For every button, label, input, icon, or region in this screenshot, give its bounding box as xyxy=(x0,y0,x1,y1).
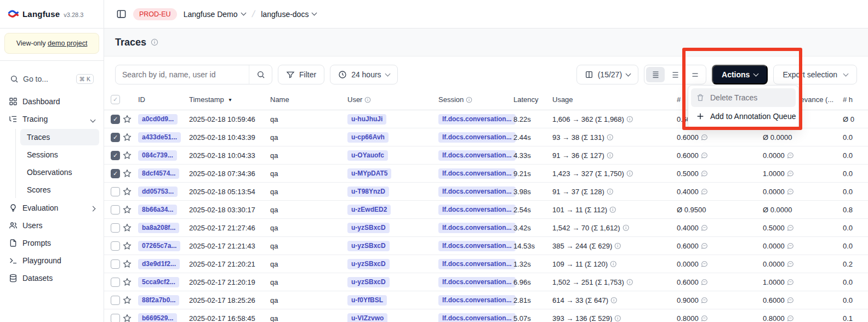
star-icon[interactable] xyxy=(123,296,138,304)
trace-id-badge[interactable]: b669529... xyxy=(138,313,189,322)
star-icon[interactable] xyxy=(123,115,138,123)
star-icon[interactable] xyxy=(123,241,138,250)
user-badge[interactable]: u-yzSBxcD xyxy=(347,241,438,251)
table-row[interactable]: ✓a433de51...2025-02-18 10:43:39qau-cp66A… xyxy=(104,128,868,146)
sidebar-item-tracing[interactable]: Tracing xyxy=(4,110,99,128)
row-checkbox[interactable] xyxy=(104,187,123,196)
session-badge[interactable]: lf.docs.conversation... xyxy=(438,168,513,179)
session-badge[interactable]: lf.docs.conversation... xyxy=(438,223,513,233)
actions-button[interactable]: Actions xyxy=(712,65,768,84)
star-icon[interactable] xyxy=(123,223,138,232)
row-height-large-button[interactable] xyxy=(686,67,704,82)
filter-button[interactable]: Filter xyxy=(278,65,324,84)
session-badge[interactable]: lf.docs.conversation... xyxy=(438,259,513,269)
trace-id-badge[interactable]: a0cd0d9... xyxy=(138,114,189,125)
user-badge[interactable]: u-zEwdED2 xyxy=(347,205,438,215)
header-last[interactable]: # h xyxy=(843,95,858,104)
session-badge[interactable]: lf.docs.conversation... xyxy=(438,132,513,143)
star-icon[interactable] xyxy=(123,259,138,268)
header-usage[interactable]: Usage xyxy=(552,95,677,104)
star-icon[interactable] xyxy=(123,314,138,322)
select-all-checkbox[interactable]: ✓ xyxy=(111,95,120,104)
user-badge[interactable]: u-OYauofc xyxy=(347,150,438,161)
star-icon[interactable] xyxy=(123,169,138,178)
time-range-button[interactable]: 24 hours xyxy=(330,65,397,84)
star-icon[interactable] xyxy=(123,278,138,286)
trace-id-badge[interactable]: 88f2a7b0... xyxy=(138,295,189,306)
user-badge[interactable]: u-yzSBxcD xyxy=(347,259,438,269)
export-selection-button[interactable]: Export selection xyxy=(773,65,857,84)
goto-search[interactable]: Go to... ⌘ K xyxy=(3,69,100,89)
table-row[interactable]: 07265c7a...2025-02-17 21:21:43qau-yzSBxc… xyxy=(104,237,868,255)
row-height-small-button[interactable] xyxy=(646,67,665,82)
row-checkbox[interactable] xyxy=(104,278,123,287)
session-badge[interactable]: lf.docs.conversation... xyxy=(438,241,513,251)
row-checkbox[interactable] xyxy=(104,223,123,233)
trace-id-badge[interactable]: 8b66a34... xyxy=(138,205,189,215)
sidebar-toggle-icon[interactable] xyxy=(116,9,127,19)
star-icon[interactable] xyxy=(123,187,138,196)
user-badge[interactable]: u-yzSBxcD xyxy=(347,277,438,287)
user-badge[interactable]: u-T98YnzD xyxy=(347,187,438,197)
session-badge[interactable]: lf.docs.conversation... xyxy=(438,150,513,161)
menu-item-delete-traces[interactable]: Delete Traces xyxy=(691,88,796,107)
sidebar-item-prompts[interactable]: Prompts xyxy=(4,234,99,252)
row-checkbox[interactable]: ✓ xyxy=(104,151,123,160)
session-badge[interactable]: lf.docs.conversation... xyxy=(438,313,513,322)
trace-id-badge[interactable]: ba8a208f... xyxy=(138,223,189,233)
org-selector[interactable]: Langfuse Demo xyxy=(184,10,245,19)
table-row[interactable]: ✓084c739...2025-02-18 10:04:33qau-OYauof… xyxy=(104,146,868,165)
columns-button[interactable]: (15/27) xyxy=(576,65,638,84)
trace-id-badge[interactable]: dd05753... xyxy=(138,187,189,197)
sidebar-item-datasets[interactable]: Datasets xyxy=(4,269,99,287)
user-badge[interactable]: u-huJhuJi xyxy=(347,114,438,125)
header-id[interactable]: ID xyxy=(138,95,189,104)
header-name[interactable]: Name xyxy=(270,95,347,104)
trace-id-badge[interactable]: 5cca9cf2... xyxy=(138,277,189,287)
star-icon[interactable] xyxy=(123,133,138,142)
sidebar-item-traces[interactable]: Traces xyxy=(20,129,99,145)
table-row[interactable]: 5cca9cf2...2025-02-17 21:20:19qau-yzSBxc… xyxy=(104,273,868,291)
trace-id-badge[interactable]: 07265c7a... xyxy=(138,241,189,251)
trace-id-badge[interactable]: 8dcf4574... xyxy=(138,168,189,179)
session-badge[interactable]: lf.docs.conversation... xyxy=(438,187,513,197)
sidebar-item-observations[interactable]: Observations xyxy=(20,164,99,180)
sidebar-item-scores[interactable]: Scores xyxy=(20,182,99,198)
search-input[interactable] xyxy=(116,70,249,79)
row-checkbox[interactable]: ✓ xyxy=(104,133,123,142)
user-badge[interactable]: u-f0YfBSL xyxy=(347,295,438,306)
sidebar-item-evaluation[interactable]: Evaluation xyxy=(4,199,99,217)
table-row[interactable]: ✓8dcf4574...2025-02-18 07:34:36qau-MYpDA… xyxy=(104,165,868,183)
trace-id-badge[interactable]: a433de51... xyxy=(138,132,189,143)
menu-item-add-to-annotation-queue[interactable]: Add to Annotation Queue xyxy=(691,107,796,126)
row-checkbox[interactable] xyxy=(104,296,123,305)
row-checkbox[interactable]: ✓ xyxy=(104,115,123,124)
row-checkbox[interactable] xyxy=(104,205,123,214)
user-badge[interactable]: u-VlZzvwo xyxy=(347,313,438,322)
row-checkbox[interactable] xyxy=(104,259,123,269)
table-row[interactable]: ba8a208f...2025-02-17 21:27:46qau-yzSBxc… xyxy=(104,219,868,237)
table-row[interactable]: 88f2a7b0...2025-02-17 18:25:26qau-f0YfBS… xyxy=(104,291,868,309)
row-checkbox[interactable] xyxy=(104,314,123,322)
user-badge[interactable]: u-MYpDAT5 xyxy=(347,168,438,179)
header-latency[interactable]: Latency xyxy=(513,95,552,104)
session-badge[interactable]: lf.docs.conversation... xyxy=(438,114,513,125)
demo-project-link[interactable]: demo project xyxy=(48,39,87,47)
star-icon[interactable] xyxy=(123,205,138,214)
trace-id-badge[interactable]: 084c739... xyxy=(138,150,189,161)
table-row[interactable]: dd05753...2025-02-18 05:13:54qau-T98YnzD… xyxy=(104,183,868,201)
row-checkbox[interactable] xyxy=(104,241,123,251)
project-selector[interactable]: langfuse-docs xyxy=(261,10,316,19)
session-badge[interactable]: lf.docs.conversation... xyxy=(438,205,513,215)
header-timestamp[interactable]: Timestamp▼ xyxy=(189,95,270,104)
row-height-medium-button[interactable] xyxy=(666,67,684,82)
table-row[interactable]: 8b66a34...2025-02-18 03:30:17qau-zEwdED2… xyxy=(104,201,868,219)
row-checkbox[interactable]: ✓ xyxy=(104,169,123,178)
sidebar-item-users[interactable]: Users xyxy=(4,217,99,234)
session-badge[interactable]: lf.docs.conversation... xyxy=(438,295,513,306)
search-icon[interactable] xyxy=(249,65,272,84)
sidebar-item-playground[interactable]: Playground xyxy=(4,252,99,269)
user-badge[interactable]: u-yzSBxcD xyxy=(347,223,438,233)
star-icon[interactable] xyxy=(123,151,138,160)
header-session[interactable]: Session xyxy=(438,95,513,104)
